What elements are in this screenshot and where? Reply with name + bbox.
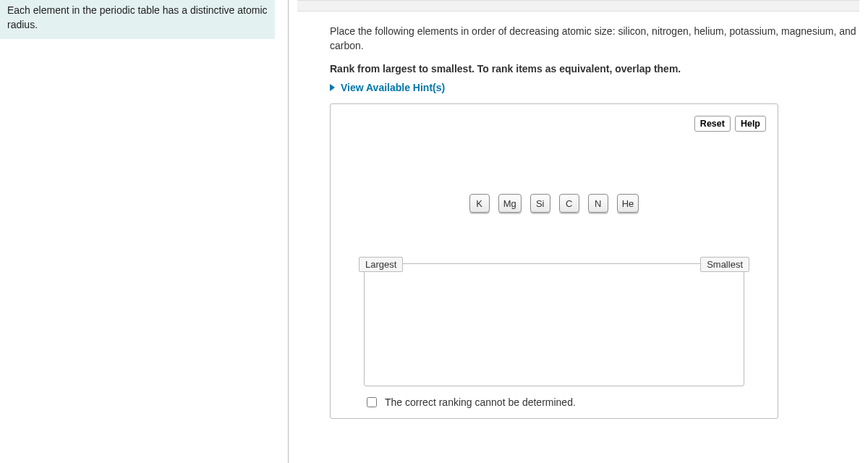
undetermined-checkbox[interactable] bbox=[367, 397, 377, 407]
part-header-bar bbox=[297, 0, 859, 12]
help-button[interactable]: Help bbox=[735, 116, 766, 132]
undetermined-label: The correct ranking cannot be determined… bbox=[385, 396, 576, 408]
element-tile[interactable]: Si bbox=[530, 194, 550, 213]
element-tiles-row: K Mg Si C N He bbox=[342, 194, 766, 213]
element-tile[interactable]: C bbox=[559, 194, 579, 213]
ranking-work-panel: Reset Help K Mg Si C N He Largest Smalle… bbox=[330, 103, 778, 419]
info-box: Each element in the periodic table has a… bbox=[0, 0, 275, 39]
element-tile[interactable]: N bbox=[588, 194, 608, 213]
question-instruction: Rank from largest to smallest. To rank i… bbox=[330, 63, 859, 75]
ranking-drop-zone[interactable]: Largest Smallest bbox=[364, 263, 744, 386]
vertical-divider bbox=[288, 0, 289, 463]
element-tile[interactable]: Mg bbox=[498, 194, 522, 213]
view-hints-toggle[interactable]: View Available Hint(s) bbox=[330, 82, 445, 93]
rank-label-largest: Largest bbox=[359, 257, 403, 272]
element-tile[interactable]: K bbox=[469, 194, 490, 213]
hints-label: View Available Hint(s) bbox=[341, 82, 445, 93]
caret-right-icon bbox=[330, 84, 335, 91]
reset-button[interactable]: Reset bbox=[694, 116, 731, 132]
info-text: Each element in the periodic table has a… bbox=[7, 4, 268, 30]
element-tile[interactable]: He bbox=[617, 194, 639, 213]
undetermined-row[interactable]: The correct ranking cannot be determined… bbox=[364, 395, 766, 409]
question-prompt: Place the following elements in order of… bbox=[330, 25, 859, 53]
rank-label-smallest: Smallest bbox=[700, 257, 749, 272]
